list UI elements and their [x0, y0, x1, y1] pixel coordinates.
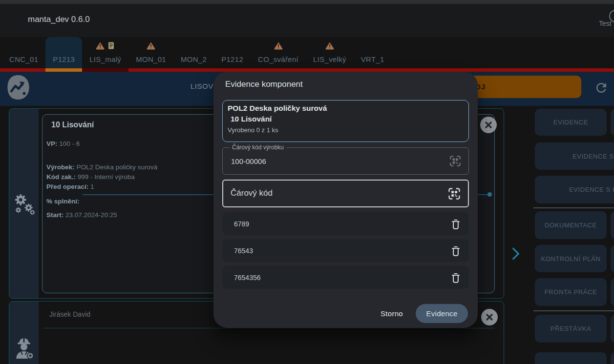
tab-label: CNC_01 — [9, 50, 38, 68]
user-label[interactable]: Test — [599, 20, 612, 27]
sidebar-button-evidence-sig[interactable]: EVIDENCE SIG — [535, 142, 614, 170]
sidebar-button-fronta-prace[interactable]: FRONTA PRÁCE — [535, 278, 607, 306]
tab-label: LIS_velký — [313, 50, 346, 68]
component-produced-count: Vyrobeno 0 z 1 ks — [228, 126, 278, 134]
app-title: manta_dev 0.6.0 — [28, 15, 90, 24]
selected-component-box[interactable]: POL2 Deska poličky surová 10 Lisování Vy… — [222, 100, 469, 142]
operator-divider — [43, 328, 495, 328]
sidebar-divider — [533, 310, 614, 311]
evidence-komponent-dialog: Evidence komponent POL2 Deska poličky su… — [213, 72, 478, 328]
close-operator-button[interactable] — [481, 309, 498, 325]
sidebar-button-dokumentace[interactable]: DOKUMENTACE — [535, 211, 607, 239]
sidebar-button-sliver[interactable] — [611, 352, 614, 364]
tab-vrt-1[interactable]: VRT_1 — [354, 37, 392, 68]
workplace-name-label: LISOV — [191, 82, 213, 90]
warning-icon — [274, 41, 283, 50]
delete-code-icon[interactable] — [449, 244, 462, 257]
warning-icon — [147, 41, 155, 50]
close-icon — [485, 121, 492, 129]
scanned-code-row: 7654356 — [222, 266, 469, 289]
sidebar-divider — [533, 207, 614, 208]
tab-mon-01[interactable]: MON_01 — [128, 37, 173, 68]
worker-icon — [13, 335, 35, 359]
tab-p1213[interactable]: P1213 — [45, 37, 82, 68]
sidebar-button-sliver[interactable] — [611, 211, 614, 239]
scanned-code-value: 6789 — [234, 220, 249, 228]
operator-name: Jirásek David — [49, 310, 90, 318]
scanned-code-value: 7654356 — [234, 274, 261, 282]
tab-p1212[interactable]: P1212 — [214, 37, 251, 68]
product-barcode-input[interactable]: Čárový kód výrobku 100-00006 — [222, 147, 469, 175]
tab-underline — [82, 68, 128, 72]
start-field: Start: 23.07.2024-20:25 — [46, 211, 117, 219]
close-operation-button[interactable] — [480, 117, 497, 133]
operation-title: 10 Lisování — [51, 121, 94, 129]
tab-label: MON_2 — [181, 50, 207, 68]
operation-type-column — [9, 109, 39, 298]
tab-mon-2[interactable]: MON_2 — [173, 37, 214, 68]
operator-type-column — [9, 302, 39, 364]
tab-co-svareni[interactable]: CO_sváření — [251, 37, 306, 68]
tab-label: LIS_malý — [89, 50, 121, 68]
machine-tab-bar: CNC_01 P1213 LIS_malý — [2, 37, 392, 68]
completion-progress-thumb — [487, 192, 492, 197]
tab-label: VRT_1 — [361, 50, 384, 68]
sidebar-button-sliver[interactable] — [611, 245, 614, 272]
qr-scanner-icon[interactable] — [449, 155, 462, 167]
component-barcode-placeholder: Čárový kód — [231, 188, 273, 198]
scanned-code-row: 76543 — [222, 239, 469, 262]
system-top-strip — [0, 0, 614, 4]
order-code-field: Kód zak.: 999 - Interní výroba — [46, 173, 135, 181]
app-root: manta_dev 0.6.0 Test CNC_01 P1213 — [0, 0, 614, 364]
delete-code-icon[interactable] — [449, 218, 462, 230]
tab-label: P1212 — [221, 50, 243, 68]
completion-field: % splnění: — [46, 198, 80, 205]
component-name: POL2 Deska poličky surová — [228, 104, 327, 113]
pre-operation-field: Před operací: 1 — [46, 183, 94, 190]
note-icon — [107, 41, 115, 50]
tab-lis-velky[interactable]: LIS_velký — [306, 37, 354, 68]
sidebar-button-partial[interactable] — [535, 352, 607, 364]
refresh-icon[interactable] — [594, 81, 609, 95]
scanned-code-row: 6789 — [222, 212, 469, 235]
scanned-code-value: 76543 — [234, 247, 253, 255]
product-barcode-label: Čárový kód výrobku — [230, 144, 286, 151]
chevron-right-icon[interactable] — [510, 246, 521, 261]
qr-scanner-icon[interactable] — [447, 187, 461, 201]
gears-icon — [13, 193, 35, 215]
app-header: manta_dev 0.6.0 Test — [0, 4, 614, 37]
product-barcode-value: 100-00006 — [231, 157, 266, 165]
vp-field: VP: 100 - 6 — [46, 140, 80, 147]
tab-cnc-01[interactable]: CNC_01 — [2, 37, 45, 68]
tab-label: CO_sváření — [258, 50, 298, 68]
sidebar-button-prestavka[interactable]: PŘESTÁVKA — [535, 315, 607, 343]
warning-icon — [96, 41, 105, 50]
sidebar-button-sliver[interactable] — [611, 315, 614, 343]
tab-label: P1213 — [53, 50, 75, 68]
tab-underline-selected — [45, 68, 82, 72]
sidebar-button-evidence-s-ko[interactable]: EVIDENCE S KO — [535, 176, 614, 203]
cancel-button[interactable]: Storno — [381, 309, 403, 318]
close-icon — [486, 313, 493, 321]
app-logo-icon — [6, 74, 30, 101]
tab-lis-maly[interactable]: LIS_malý — [82, 37, 128, 68]
sidebar-button-sliver[interactable] — [611, 278, 614, 306]
submit-evidence-button[interactable]: Evidence — [416, 304, 468, 323]
component-operation: 10 Lisování — [231, 115, 272, 123]
warning-icon — [325, 41, 334, 50]
component-barcode-input[interactable]: Čárový kód — [222, 180, 469, 207]
sidebar-button-evidence[interactable]: EVIDENCE — [535, 109, 607, 136]
dialog-title: Evidence komponent — [225, 80, 303, 89]
dialog-footer: Storno Evidence — [381, 304, 468, 323]
tab-label: MON_01 — [136, 50, 166, 68]
product-field: Výrobek: POL2 Deska poličky surová — [46, 163, 157, 171]
delete-code-icon[interactable] — [449, 271, 462, 284]
sidebar-button-sliver[interactable] — [611, 109, 614, 136]
sidebar-button-kontrolni-plan[interactable]: KONTROLNÍ PLÁN — [535, 245, 607, 272]
